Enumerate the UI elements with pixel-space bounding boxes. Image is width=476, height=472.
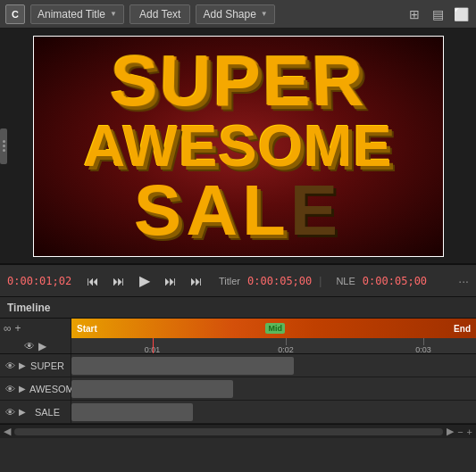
scroll-track[interactable] — [14, 428, 443, 435]
add-track-icon[interactable]: + — [15, 322, 21, 335]
timescale-right: 0:01 0:02 0:03 — [71, 338, 476, 353]
timescale-left: 👁 ▶ — [0, 338, 71, 353]
track-left-super: 👁 ▶ SUPER — [0, 354, 71, 377]
playback-bar: 0:00:01;02 ⏮ ⏭ ▶ ⏭ ⏭ Titler 0:00:05;00 |… — [0, 265, 476, 297]
grid-icon[interactable]: ⊞ — [405, 4, 424, 24]
side-resize-handle[interactable] — [0, 128, 7, 164]
play-button[interactable]: ▶ — [133, 270, 156, 292]
step-back-button[interactable]: ⏭ — [107, 270, 130, 292]
go-to-end-button[interactable]: ⏭ — [185, 270, 208, 292]
timeline-scrollbar: ◀ ▶ − + — [0, 424, 476, 438]
panel-icon[interactable]: ▤ — [428, 4, 447, 24]
tick-label-0-02: 0:02 — [278, 345, 294, 354]
add-shape-label: Add Shape — [203, 8, 255, 21]
app-logo: C — [5, 4, 25, 24]
titler-timecode: 0:00:05;00 — [247, 275, 312, 287]
zoom-out-button[interactable]: − — [457, 426, 463, 437]
arrow-icon-sale[interactable]: ▶ — [19, 407, 26, 417]
track-name-sale: SALE — [29, 407, 65, 418]
timeline-section: Timeline ∞ + Start Mid End 👁 ▶ 0:01 0:02 — [0, 297, 476, 438]
track-left-awesome: 👁 ▶ AWESOME — [0, 377, 71, 400]
track-right-sale[interactable] — [71, 401, 476, 423]
arrow-icon-awesome[interactable]: ▶ — [19, 384, 26, 393]
canvas-area: SUPER AWESOME SALE — [0, 29, 476, 265]
add-shape-dropdown[interactable]: Add Shape ▼ — [196, 4, 274, 24]
loop-icon[interactable]: ∞ — [4, 322, 12, 335]
go-to-start-button[interactable]: ⏮ — [81, 270, 104, 292]
track-right-super[interactable] — [71, 354, 476, 377]
arrow-icon-super[interactable]: ▶ — [19, 360, 26, 370]
line-sale: SALE — [83, 175, 392, 246]
ruler-end-label: End — [454, 324, 471, 334]
separator: | — [319, 275, 322, 287]
tick-label-0-03: 0:03 — [415, 345, 431, 354]
fullscreen-icon[interactable]: ⬜ — [451, 4, 471, 24]
timeline-title: Timeline — [7, 302, 50, 314]
scroll-right-button[interactable]: ▶ — [447, 426, 454, 437]
letter-e: E — [290, 170, 342, 250]
eye-icon-sale[interactable]: 👁 — [5, 407, 15, 418]
ruler-bar-panel: Start Mid End — [71, 319, 476, 338]
track-left-sale: 👁 ▶ SALE — [0, 401, 71, 423]
eye-icon[interactable]: 👁 — [24, 340, 35, 352]
chevron-down-icon: ▼ — [110, 10, 117, 18]
timescale-row: 👁 ▶ 0:01 0:02 0:03 — [0, 338, 476, 354]
clip-awesome[interactable] — [71, 380, 233, 398]
titler-label: Titler — [219, 276, 240, 286]
zoom-in-button[interactable]: + — [467, 426, 472, 437]
main-toolbar: C Animated Title ▼ Add Text Add Shape ▼ … — [0, 0, 476, 29]
more-options-icon[interactable]: ··· — [458, 274, 469, 288]
nle-label: NLE — [336, 276, 355, 286]
canvas-wrapper: SUPER AWESOME SALE — [33, 36, 444, 257]
playhead[interactable] — [153, 338, 154, 353]
ruler-bar[interactable]: Start Mid End — [71, 319, 476, 338]
view-icons: ⊞ ▤ ⬜ — [405, 4, 471, 24]
track-name-super: SUPER — [29, 360, 65, 371]
line-super: SUPER — [81, 46, 395, 118]
preview-text: SUPER AWESOME SALE — [83, 46, 392, 246]
project-name-label: Animated Title — [38, 8, 105, 21]
track-row-sale: 👁 ▶ SALE — [0, 401, 476, 424]
timeline-left-panel-ruler: ∞ + — [0, 319, 71, 338]
playback-controls: ⏮ ⏭ ▶ ⏭ ⏭ — [81, 270, 208, 292]
timeline-header: Timeline — [0, 297, 476, 319]
arrow-icon[interactable]: ▶ — [38, 340, 46, 352]
add-text-button[interactable]: Add Text — [129, 4, 190, 24]
step-forward-button[interactable]: ⏭ — [159, 270, 182, 292]
canvas-preview: SUPER AWESOME SALE — [34, 37, 443, 256]
clip-super[interactable] — [71, 357, 294, 375]
ruler-start-label: Start — [77, 324, 97, 334]
eye-icon-super[interactable]: 👁 — [5, 360, 15, 371]
line-awesome: AWESOME — [83, 117, 392, 175]
track-row-super: 👁 ▶ SUPER — [0, 354, 476, 377]
scroll-left-button[interactable]: ◀ — [4, 426, 11, 437]
current-timecode: 0:00:01;02 — [7, 275, 74, 287]
track-row-awesome: 👁 ▶ AWESOME — [0, 377, 476, 401]
tick-0-02 — [286, 338, 287, 345]
timeline-ruler-row: ∞ + Start Mid End — [0, 319, 476, 338]
ruler-mid-label: Mid — [265, 323, 285, 334]
eye-icon-awesome[interactable]: 👁 — [5, 384, 15, 394]
nle-timecode: 0:00:05;00 — [363, 275, 427, 287]
project-name-dropdown[interactable]: Animated Title ▼ — [30, 4, 124, 24]
track-right-awesome[interactable] — [71, 377, 476, 400]
chevron-down-icon: ▼ — [261, 10, 268, 18]
clip-sale[interactable] — [71, 403, 193, 421]
tick-0-03 — [423, 338, 424, 345]
